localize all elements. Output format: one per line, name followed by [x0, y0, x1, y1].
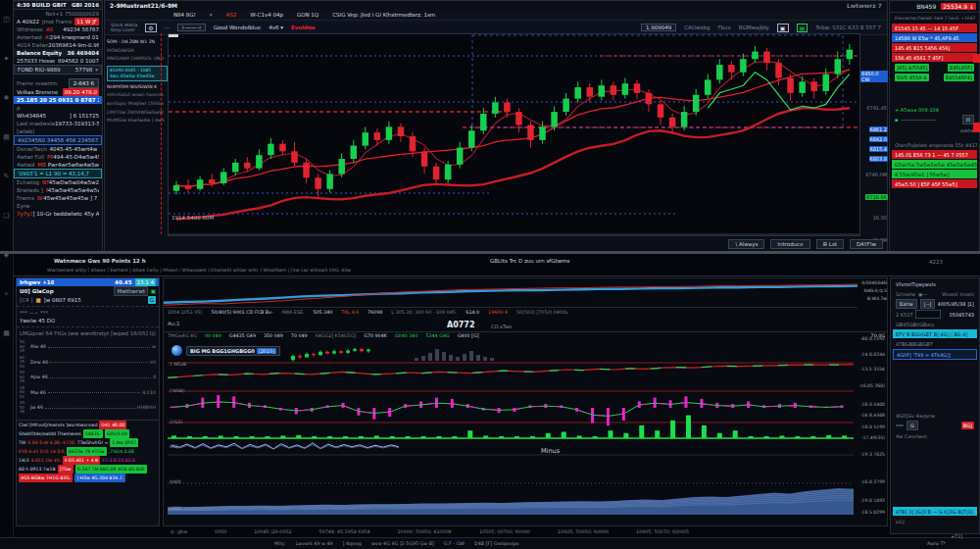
watchlist-row[interactable]: 49234560 34456 456 234567 8 — [14, 135, 102, 145]
watchlist-row[interactable]: Lwd mwdwslwrs19733-319313-51- — [14, 120, 102, 127]
minimize-icon[interactable]: — — [165, 25, 171, 30]
chart-button[interactable]: DAYFlw — [850, 239, 883, 249]
text: 45wDw5w04w5w249 — [49, 178, 99, 186]
text: 4014 Ewlwm — [17, 41, 48, 49]
ladder-row[interactable]: 455048Jw 46HHWHH — [20, 401, 156, 415]
ladder-row[interactable]: 456052Mw 464.010 — [20, 386, 156, 400]
grid-icon[interactable]: ▤ — [797, 24, 808, 32]
text: 05045743 — [950, 311, 974, 319]
form-row[interactable]: GBG] — [893, 421, 977, 430]
text: 23.1 4 — [135, 278, 157, 286]
watchlist-title-right: GBI 2016 — [72, 2, 99, 8]
tool-item[interactable]: CAOwsbg — [684, 25, 710, 30]
ladder-row[interactable]: 506245Apw 46d — [20, 371, 156, 384]
watchlist-row: [wlwb] — [14, 127, 102, 135]
watchlist-row[interactable]: Frame reswrtm2-643 6 — [14, 78, 102, 88]
text: 45w5w45w5w4w5w5w — [48, 186, 99, 194]
rail-icon[interactable]: ✎ — [0, 157, 13, 196]
rail-icon[interactable]: ❖ — [0, 78, 13, 118]
price-axis[interactable]: 6950.0 CW6791.456861.26842.06815.46803.8… — [860, 33, 889, 234]
order-row[interactable]: 14586 W E5w * 45,AF9.45 — [892, 33, 977, 42]
order-row[interactable]: 145.01 E56 73 1 — 45 7 0557 — [892, 150, 977, 159]
ladder-row[interactable]: 604550Dew 46e0 — [20, 356, 156, 370]
text: G.347 7H 4BG.08 4GB.4G B3F — [75, 465, 147, 474]
order-row[interactable]: 50/5 455A 4E45546F4] — [892, 73, 977, 81]
order-row[interactable]: 156.45 4561 7 45F] — [892, 53, 977, 62]
contract-ladder[interactable]: 506045Alw 46w604550Dew 46e0506245Apw 46d… — [17, 337, 159, 418]
form-row[interactable]: EFV B BGVGBT B] 4G] | BG 4] — [893, 329, 977, 338]
range-control[interactable]: ⊦——⊣ — [177, 24, 206, 31]
order-row[interactable]: 45w5.50 ] E5F 45F 55w5] — [892, 179, 977, 188]
watchlist-row[interactable]: 4wtwdMBPwr4wr5w6w4w5w — [14, 161, 102, 169]
watchlist-row[interactable]: '0903'1 = L1 90 = 43,14,7 — [14, 169, 102, 178]
snapshot-icon[interactable]: ▣ — [777, 24, 789, 32]
bottom-left-row[interactable]: Ywelw 45 DO — [17, 317, 159, 324]
ladder-scale: 506045 — [20, 340, 27, 354]
main-candlestick-chart[interactable] — [168, 33, 860, 236]
form-row[interactable]: 2 K51T05045743 — [893, 310, 977, 319]
form-row: Aw Cwvrlwvt — [893, 431, 977, 440]
order-row[interactable]: 145.45 B15 5456 456] — [892, 43, 977, 52]
watchlist-panel: 4:30 BUILD GBIT GBI 2016 Net+1 750000002… — [13, 0, 103, 253]
form-row[interactable]: 4TB] 3] ]G]3 B — G K]3G B]T]3] — [893, 507, 977, 516]
price-label: 6803.8 — [869, 156, 889, 162]
indicator-stack-chart[interactable] — [168, 343, 854, 524]
watchlist-row[interactable]: Brwlwds ]MB45w5w45w5w4w5w5w — [14, 186, 102, 194]
order-row[interactable]: E1545.15 45 — 14 15.45F — [892, 24, 977, 32]
order-row[interactable]: ]45] 4/5545]E45(45F] — [892, 63, 977, 72]
indicator-stat: 00 049 — [205, 333, 221, 338]
watchlist-row[interactable]: 7y7y35] 10-Gr twddwlwtc 45y Allwstw — [14, 210, 102, 218]
watchlist-row[interactable]: AvtwrtwdAS294 krwqmwrd 010 — [14, 33, 102, 41]
text: 09.20 478.0 — [63, 88, 99, 96]
log-line: TW0.04 S:W 4.00,-4736,TTwGhvhG! =1.Hw 09… — [19, 438, 157, 447]
rail-icon[interactable]: ✦ — [0, 39, 13, 78]
rail-icon[interactable]: ◫ — [0, 0, 13, 39]
rail-icon[interactable]: ▦ — [0, 314, 13, 353]
chart-button[interactable]: Introduce — [770, 239, 809, 249]
stat-item: 50/40(5) 9001 CD FCB Bv- — [211, 310, 272, 315]
bottom-left-row[interactable]: Irhgwv +1040.4523.1 4 — [17, 278, 159, 286]
time-axis[interactable]: ⊏ .gbw095010045 /29.095259744; 45.3954 6… — [163, 526, 980, 536]
gear-icon[interactable]: ⚙ — [145, 24, 156, 32]
bottom-left-row[interactable]: [C4 ]■]w 0807 6915G — [17, 296, 159, 304]
watchlist-row[interactable]: Velkas Brenene09.20 478.0 — [14, 88, 102, 96]
axis-value: -14 0.0244 — [860, 352, 885, 357]
order-row[interactable]: 4 55w/45w1 ] 55w5w] — [892, 170, 977, 178]
sparkline-chart[interactable] — [164, 278, 858, 308]
loss-badge: 25534.9 ↓ — [941, 3, 976, 10]
chart-title: 2-9Mustrant21/6-9M — [110, 2, 177, 9]
text: 36 469404 — [67, 49, 99, 57]
tool-item[interactable]: BGMwajbty — [739, 25, 769, 30]
watchlist-row[interactable]: FrwmsWF245w45w45w45w ] 7 Z4w — [14, 194, 102, 202]
order-row[interactable]: ▪────────────⊡ — [892, 115, 977, 125]
rail-icon[interactable]: ◈ — [0, 235, 13, 274]
form-row[interactable]: 4G0F] 'T49 = 4Tk4G]] — [893, 349, 977, 360]
chart-button[interactable]: \ Always — [728, 239, 764, 249]
text: G — [906, 421, 918, 430]
rail-icon[interactable]: ✧ — [0, 274, 13, 314]
time-group: 10000; 50050; 410V0K — [398, 529, 452, 534]
text: LG] — [896, 518, 905, 525]
watchlist-row[interactable]: 4014 Ewlwm20369614-9m-0.967 — [14, 41, 102, 49]
tool-item[interactable]: Fbuv — [717, 25, 730, 30]
indicator-stat: 64GG2] K54G5G] — [316, 333, 357, 338]
ladder-row[interactable]: 506045Alw 46w — [20, 340, 156, 354]
stat-item: 1004 1051 95) — [168, 310, 202, 315]
rail-icon[interactable]: ❏ — [0, 196, 13, 235]
watchlist-row[interactable]: FOND RIO-988957798▾ — [14, 65, 102, 75]
watchlist-row[interactable]: 25.185 20 25 0931 0 8787 2 — [14, 96, 102, 104]
form-row[interactable]: Exlrw[--]4005/45/38 ]1] — [893, 299, 977, 309]
form-row[interactable]: Grtswlw◉—Wvwst Irvwls — [893, 289, 977, 298]
watchlist-row[interactable]: EchwtsgNTB45wDw5w04w5w249 — [14, 178, 102, 186]
bottom-left-row[interactable]: U0] GlaCopMwthwrwt▣ — [17, 286, 159, 296]
symbol-overlay[interactable]: BIG MG BGG1GHGBGG0[2010] — [172, 345, 280, 356]
rail-icon[interactable]: ▤ — [0, 118, 13, 157]
chart-button[interactable]: ⊞ Lst — [816, 239, 844, 249]
watchlist-row[interactable]: A 40922Jmst Frame11 W JF — [14, 18, 102, 25]
timeframe-select[interactable]: 4v6 ▾ — [269, 25, 283, 30]
watchlist-row[interactable]: Wh434845] 6 151725 — [14, 112, 102, 120]
watchlist-row[interactable]: 4wtwr FullPPW494-45-D4w5w45 3 — [14, 153, 102, 161]
order-row[interactable]: G5wr5w 5w5w5w5w 45w5w5w45w — [892, 160, 977, 169]
watchlist-row[interactable]: Denw/TwchMS4045-45-45wrt4w 3.2G — [14, 145, 102, 153]
watchlist-row[interactable]: WhtrwsseAS49234 56767 — [14, 25, 102, 33]
